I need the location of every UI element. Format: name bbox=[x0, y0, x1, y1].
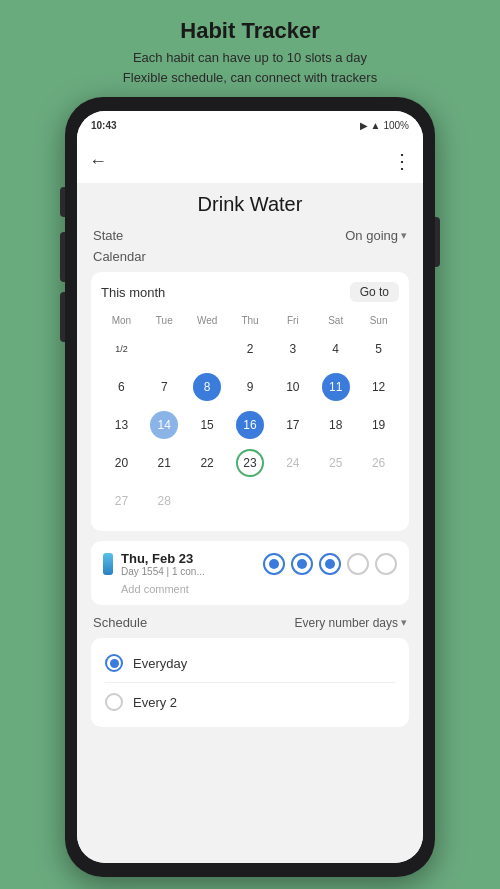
cal-cell-r5c3 bbox=[187, 483, 228, 519]
cal-cell-r1c4[interactable]: 2 bbox=[230, 331, 271, 367]
cal-cell-r4c6: 25 bbox=[315, 445, 356, 481]
app-bar: ← ⋮ bbox=[77, 139, 423, 183]
cal-cell-r5c6 bbox=[315, 483, 356, 519]
schedule-option-everyday[interactable]: Everyday bbox=[105, 648, 395, 678]
radio-every2[interactable] bbox=[105, 693, 123, 711]
schedule-option-every2[interactable]: Every 2 bbox=[105, 687, 395, 717]
day-detail-header: Thu, Feb 23 Day 1554 | 1 con... bbox=[103, 551, 397, 577]
calendar-card: This month Go to Mon Tue Wed Thu Fri Sat… bbox=[91, 272, 409, 531]
cal-header-sun: Sun bbox=[358, 312, 399, 329]
cal-cell-r5c4 bbox=[230, 483, 271, 519]
cal-cell-r3c3[interactable]: 15 bbox=[187, 407, 228, 443]
calendar-label: Calendar bbox=[91, 249, 409, 264]
cal-cell-r4c2[interactable]: 21 bbox=[144, 445, 185, 481]
status-right: ▶ ▲ 100% bbox=[360, 120, 409, 131]
cal-cell-r4c5: 24 bbox=[272, 445, 313, 481]
cal-cell-r5c7 bbox=[358, 483, 399, 519]
wifi-icon: ▲ bbox=[371, 120, 381, 131]
cal-cell-r4c1[interactable]: 20 bbox=[101, 445, 142, 481]
cal-cell-r1c7[interactable]: 5 bbox=[358, 331, 399, 367]
cal-cell-r1c2 bbox=[144, 331, 185, 367]
cal-cell-r2c3[interactable]: 8 bbox=[187, 369, 228, 405]
divider bbox=[105, 682, 395, 683]
water-drop-icon bbox=[103, 553, 113, 575]
side-button-right bbox=[435, 217, 440, 267]
cal-cell-r5c1: 27 bbox=[101, 483, 142, 519]
cal-cell-r2c2[interactable]: 7 bbox=[144, 369, 185, 405]
cal-num-12: 1/2 bbox=[107, 335, 135, 363]
cal-cell-r3c4[interactable]: 16 bbox=[230, 407, 271, 443]
radio-everyday-inner bbox=[110, 659, 119, 668]
cal-cell-r3c6[interactable]: 18 bbox=[315, 407, 356, 443]
state-value[interactable]: On going ▾ bbox=[345, 228, 407, 243]
cal-cell-r4c7: 26 bbox=[358, 445, 399, 481]
cal-cell-r2c6[interactable]: 11 bbox=[315, 369, 356, 405]
everyday-label: Everyday bbox=[133, 656, 187, 671]
more-button[interactable]: ⋮ bbox=[392, 149, 411, 173]
cal-cell-r3c7[interactable]: 19 bbox=[358, 407, 399, 443]
day-date: Thu, Feb 23 bbox=[121, 551, 205, 566]
cal-cell-r5c2: 28 bbox=[144, 483, 185, 519]
page-header: Habit Tracker Each habit can have up to … bbox=[0, 0, 500, 97]
cal-cell-r1c5[interactable]: 3 bbox=[272, 331, 313, 367]
schedule-label: Schedule bbox=[93, 615, 147, 630]
status-bar: 10:43 ▶ ▲ 100% bbox=[77, 111, 423, 139]
state-label: State bbox=[93, 228, 123, 243]
cal-cell-r5c5 bbox=[272, 483, 313, 519]
cal-cell-r4c4[interactable]: 23 bbox=[230, 445, 271, 481]
slot-3[interactable] bbox=[319, 553, 341, 575]
calendar-month: This month bbox=[101, 285, 165, 300]
state-dropdown-arrow: ▾ bbox=[401, 229, 407, 242]
back-button[interactable]: ← bbox=[89, 151, 107, 172]
cal-header-fri: Fri bbox=[272, 312, 313, 329]
cal-cell-r2c5[interactable]: 10 bbox=[272, 369, 313, 405]
slot-1[interactable] bbox=[263, 553, 285, 575]
cal-cell-r3c5[interactable]: 17 bbox=[272, 407, 313, 443]
slots-inline bbox=[263, 553, 397, 575]
schedule-card: Everyday Every 2 bbox=[91, 638, 409, 727]
signal-icon: ▶ bbox=[360, 120, 368, 131]
schedule-value[interactable]: Every number days ▾ bbox=[295, 616, 407, 630]
phone-shell: 10:43 ▶ ▲ 100% ← ⋮ Drink Water State On … bbox=[65, 97, 435, 877]
cal-header-sat: Sat bbox=[315, 312, 356, 329]
cal-cell-r2c7[interactable]: 12 bbox=[358, 369, 399, 405]
habit-title: Drink Water bbox=[91, 193, 409, 216]
battery-text: 100% bbox=[383, 120, 409, 131]
state-row: State On going ▾ bbox=[91, 228, 409, 243]
side-button-left-3 bbox=[60, 292, 65, 342]
cal-cell-r1c6[interactable]: 4 bbox=[315, 331, 356, 367]
add-comment[interactable]: Add comment bbox=[103, 583, 397, 595]
slot-5[interactable] bbox=[375, 553, 397, 575]
side-button-left-1 bbox=[60, 187, 65, 217]
day-detail-card: Thu, Feb 23 Day 1554 | 1 con... Add comm… bbox=[91, 541, 409, 605]
goto-button[interactable]: Go to bbox=[350, 282, 399, 302]
day-detail-info: Thu, Feb 23 Day 1554 | 1 con... bbox=[121, 551, 205, 577]
every2-label: Every 2 bbox=[133, 695, 177, 710]
slot-4[interactable] bbox=[347, 553, 369, 575]
cal-cell-r1c3 bbox=[187, 331, 228, 367]
cal-cell-r4c3[interactable]: 22 bbox=[187, 445, 228, 481]
cal-cell-r1c1[interactable]: 1/2 bbox=[101, 331, 142, 367]
cal-cell-r3c1[interactable]: 13 bbox=[101, 407, 142, 443]
cal-cell-r2c4[interactable]: 9 bbox=[230, 369, 271, 405]
cal-header-tue: Tue bbox=[144, 312, 185, 329]
radio-everyday[interactable] bbox=[105, 654, 123, 672]
schedule-dropdown-arrow: ▾ bbox=[401, 616, 407, 629]
content-area: Drink Water State On going ▾ Calendar Th… bbox=[77, 183, 423, 863]
status-time: 10:43 bbox=[91, 120, 117, 131]
page-subtitle-line1: Each habit can have up to 10 slots a day bbox=[20, 48, 480, 68]
schedule-row: Schedule Every number days ▾ bbox=[91, 615, 409, 630]
page-subtitle-line2: Flexible schedule, can connect with trac… bbox=[20, 68, 480, 88]
cal-header-wed: Wed bbox=[187, 312, 228, 329]
calendar-grid: Mon Tue Wed Thu Fri Sat Sun 1/2 2 3 4 5 bbox=[101, 312, 399, 519]
cal-cell-r3c2[interactable]: 14 bbox=[144, 407, 185, 443]
calendar-header: This month Go to bbox=[101, 282, 399, 302]
cal-header-mon: Mon bbox=[101, 312, 142, 329]
slot-2[interactable] bbox=[291, 553, 313, 575]
page-title: Habit Tracker bbox=[20, 18, 480, 44]
cal-header-thu: Thu bbox=[230, 312, 271, 329]
phone-screen: 10:43 ▶ ▲ 100% ← ⋮ Drink Water State On … bbox=[77, 111, 423, 863]
cal-cell-r2c1[interactable]: 6 bbox=[101, 369, 142, 405]
side-button-left-2 bbox=[60, 232, 65, 282]
phone-notch bbox=[210, 97, 290, 103]
